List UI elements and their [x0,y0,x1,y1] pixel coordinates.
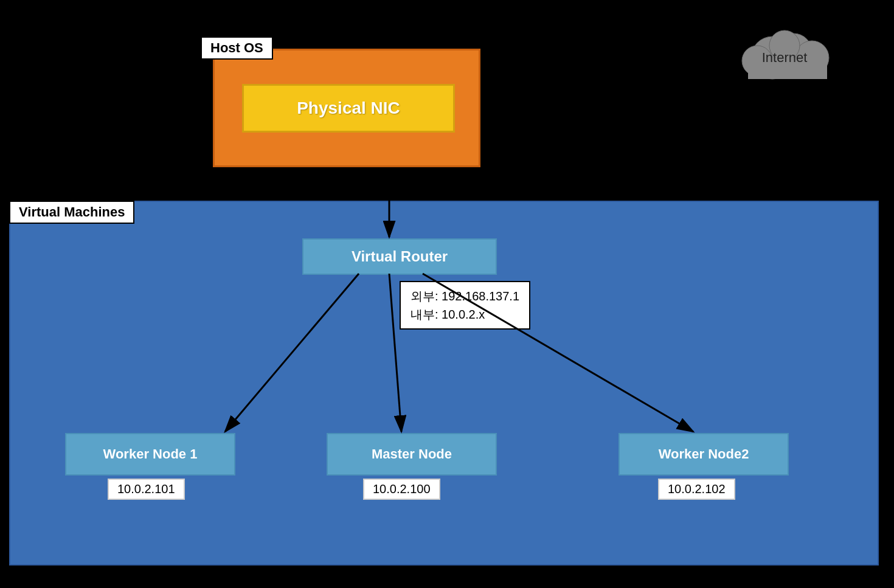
host-os-box: Physical NIC [213,49,480,167]
worker-node2-ip: 10.0.2.102 [658,479,735,500]
worker-node2-label: Worker Node2 [659,446,749,462]
host-os-label: Host OS [201,36,273,60]
vm-section: Virtual Machines Virtual Router 외부: 192.… [9,201,879,566]
master-node-ip: 10.0.2.100 [363,479,440,500]
worker-node1-label: Worker Node 1 [103,446,198,462]
master-node-label: Master Node [372,446,452,462]
arrow-internet-to-nic [487,70,657,94]
host-os-container: Host OS Physical NIC [201,36,480,170]
physical-nic-box: Physical NIC [242,84,455,133]
master-node-box: Master Node [327,433,497,476]
ip-external: 외부: 192.168.137.1 [411,287,519,305]
internet-cloud: Internet [724,12,845,91]
virtual-router-label: Virtual Router [352,248,448,265]
vm-section-label: Virtual Machines [9,201,134,224]
worker-node2-box: Worker Node2 [619,433,789,476]
physical-nic-label: Physical NIC [297,99,400,118]
ip-internal: 내부: 10.0.2.x [411,305,519,323]
worker-node1-box: Worker Node 1 [65,433,235,476]
worker-node1-ip: 10.0.2.101 [108,479,185,500]
ip-info-box: 외부: 192.168.137.1 내부: 10.0.2.x [400,281,530,330]
virtual-router-box: Virtual Router [302,238,497,275]
internet-label: Internet [762,50,808,65]
